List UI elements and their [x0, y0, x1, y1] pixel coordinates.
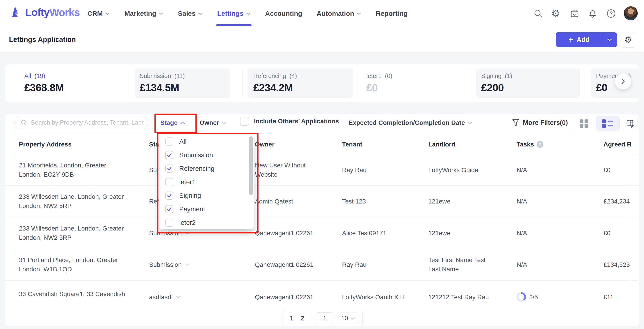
checkbox[interactable] [165, 165, 174, 173]
checkbox[interactable] [165, 151, 174, 159]
stat-card-payment[interactable]: Payment (0) £0 [591, 69, 638, 98]
grid-view-button[interactable] [572, 116, 596, 131]
nav-item-crm[interactable]: CRM [87, 10, 110, 17]
cell-agreed-rent: £0 [604, 228, 631, 237]
lettings-application-page: LoftyWorks CRM Marketing Sales Lettings … [0, 0, 644, 329]
chevron-down-icon[interactable] [606, 38, 612, 42]
search-icon [20, 119, 27, 126]
main-nav: CRM Marketing Sales Lettings Accounting … [87, 0, 408, 27]
cell-landlord: 121ewe [428, 197, 498, 206]
page-jump-input[interactable] [316, 312, 333, 324]
page-title: Lettings Application [9, 36, 76, 44]
help-icon[interactable]: ? [536, 141, 543, 148]
cell-tasks: N/A [516, 228, 584, 237]
loftyworks-logo-icon [9, 6, 22, 19]
table-row[interactable]: 233 Willesden Lane, London, Greater Lond… [6, 185, 638, 217]
checkbox[interactable] [165, 178, 174, 186]
cell-stage[interactable]: Submission [149, 260, 223, 269]
cell-owner: Admin Qatest [255, 197, 318, 206]
chevron-down-icon [198, 12, 203, 15]
cell-property-address[interactable]: 233 Willesden Lane, London, Greater Lond… [19, 192, 127, 210]
cell-agreed-rent: £234,234 [604, 197, 631, 206]
checkbox[interactable] [165, 192, 174, 200]
stage-option-signing[interactable]: Signing [159, 189, 254, 202]
nav-item-lettings[interactable]: Lettings [217, 10, 250, 17]
more-filters-button[interactable]: More Filters(0) [512, 119, 568, 126]
checkbox[interactable] [165, 137, 174, 146]
dropdown-scrollbar[interactable] [249, 136, 253, 195]
owner-filter-trigger[interactable]: Owner [200, 119, 227, 126]
bell-icon[interactable] [588, 9, 598, 19]
table-row[interactable]: 233 Willesden Lane, London, Greater Lond… [6, 217, 638, 249]
user-avatar[interactable] [624, 6, 638, 20]
cell-property-address[interactable]: 33 Cavendish Square1, 33 Cavendish [19, 289, 127, 298]
table-row[interactable]: 21 Moorfields, London, Greater London, E… [6, 154, 638, 186]
search-input[interactable] [30, 119, 144, 126]
checkbox[interactable] [240, 117, 249, 126]
table-row[interactable]: 31 Portland Place, London, Greater Londo… [6, 249, 638, 280]
cell-stage[interactable]: asdfasdf [149, 292, 223, 302]
column-header-landlord[interactable]: Landlord [428, 141, 455, 148]
stat-card-submission[interactable]: Submission (11) £134.5M [135, 69, 230, 98]
stage-option-all[interactable]: All [159, 135, 254, 148]
nav-item-automation[interactable]: Automation [316, 10, 362, 17]
nav-item-accounting[interactable]: Accounting [265, 10, 302, 17]
cell-landlord: 121ewe [428, 228, 498, 237]
stat-card-leter1[interactable]: leter1 (0) £0 [361, 69, 467, 98]
page-settings-button[interactable]: ⚙ [620, 32, 636, 48]
include-others-checkbox[interactable]: Include Others’ Applications [240, 117, 339, 126]
cell-tenant: Ray Rau [342, 165, 423, 174]
cell-landlord: Test First Name Test Last Name [428, 255, 498, 274]
stat-card-all[interactable]: All (19) £368.8M [14, 69, 122, 98]
stat-card-referencing[interactable]: Referencing (4) £234.2M [248, 69, 353, 98]
column-header-agreed-rent[interactable]: Agreed Rent [604, 141, 631, 148]
table-row[interactable]: 33 Cavendish Square1, 33 Cavendish asdfa… [6, 280, 638, 307]
column-header-property-address[interactable]: Property Address [19, 141, 72, 148]
table-edit-icon [626, 119, 634, 128]
task-progress-ring [516, 292, 526, 302]
chevron-up-icon [180, 121, 185, 124]
cell-stage[interactable]: Submission [149, 228, 223, 237]
stage-filter-dropdown: All Submission Referencing leter1 Signin… [159, 135, 254, 229]
stage-filter-trigger[interactable]: Stage [160, 119, 185, 126]
search-icon[interactable] [533, 9, 543, 19]
cards-next-button[interactable] [615, 73, 631, 90]
help-icon[interactable]: ? [606, 9, 616, 19]
cell-landlord: LoftyWorks Guide [428, 165, 498, 174]
stage-option-payment[interactable]: Payment [159, 202, 254, 216]
cell-property-address[interactable]: 31 Portland Place, London, Greater Londo… [19, 255, 127, 274]
gear-icon[interactable]: ⚙ [551, 9, 561, 19]
stat-card-signing[interactable]: Signing (1) £200 [476, 69, 580, 98]
stage-option-referencing[interactable]: Referencing [159, 162, 254, 175]
checkbox[interactable] [165, 219, 174, 227]
cell-owner: Qanewagent1 02261 [255, 292, 318, 302]
cell-property-address[interactable]: 21 Moorfields, London, Greater London, E… [19, 161, 127, 179]
column-header-owner[interactable]: Owner [255, 141, 274, 148]
chevron-down-icon [105, 12, 110, 15]
column-header-tasks[interactable]: Tasks? [516, 141, 543, 148]
column-header-tenant[interactable]: Tenant [342, 141, 362, 148]
stage-option-leter2[interactable]: leter2 [159, 216, 254, 229]
cell-owner: New User Without Website [255, 161, 318, 179]
page-1-button[interactable]: 1 [289, 314, 293, 322]
loftyworks-logo[interactable]: LoftyWorks [9, 6, 80, 19]
add-button[interactable]: + Add [556, 32, 617, 47]
plus-icon: + [568, 36, 573, 44]
cell-landlord: 121212 Test Ray Rau [428, 292, 498, 302]
page-2-button[interactable]: 2 [300, 314, 304, 322]
search-field[interactable] [14, 116, 148, 129]
edit-columns-button[interactable] [623, 116, 638, 131]
checkbox[interactable] [165, 205, 174, 213]
stage-option-leter1[interactable]: leter1 [159, 175, 254, 189]
list-view-button[interactable] [596, 116, 620, 131]
cell-tenant: Test 123 [342, 197, 423, 206]
divider [357, 69, 357, 97]
nav-item-reporting[interactable]: Reporting [376, 10, 408, 17]
cell-property-address[interactable]: 233 Willesden Lane, London, Greater Lond… [19, 224, 127, 242]
inbox-icon[interactable] [570, 9, 580, 19]
stage-option-submission[interactable]: Submission [159, 148, 254, 162]
nav-item-sales[interactable]: Sales [178, 10, 203, 17]
page-size-select[interactable]: 10 [337, 312, 359, 324]
nav-item-marketing[interactable]: Marketing [124, 10, 164, 17]
completion-date-filter-trigger[interactable]: Expected Completion/Completion Date [348, 119, 473, 126]
